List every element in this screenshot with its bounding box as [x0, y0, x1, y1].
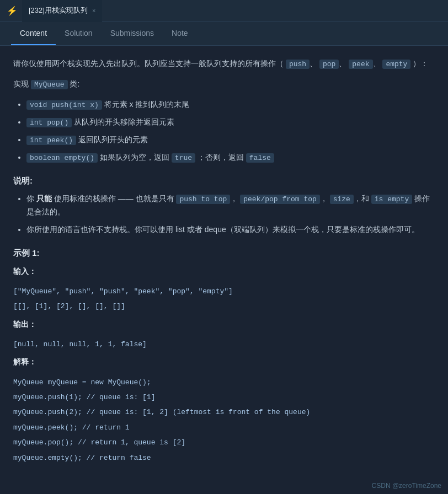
nav-tabs: Content Solution Submissions Note — [0, 22, 448, 46]
output-label: 输出： — [13, 318, 435, 331]
explain-line-3: myQueue.push(2); // queue is: [1, 2] (le… — [13, 406, 435, 418]
tab-solution[interactable]: Solution — [56, 22, 102, 45]
input-line2: [[], [1], [2], [], [], []] — [13, 300, 435, 313]
title-tab[interactable]: [232]用栈实现队列 × — [22, 0, 102, 22]
code-void-push: void push(int x) — [26, 100, 102, 110]
title-bar: ⚡ [232]用栈实现队列 × — [0, 0, 448, 22]
code-true: true — [172, 153, 195, 163]
method-pop: int pop() 从队列的开头移除并返回元素 — [26, 116, 435, 129]
code-empty: empty — [382, 60, 410, 69]
tab-label: [232]用栈实现队列 — [29, 6, 88, 15]
code-myqueue-class: MyQueue — [31, 80, 68, 89]
implement-line: 实现 MyQueue 类: — [13, 77, 435, 91]
code-size: size — [330, 195, 354, 204]
output-bold-label: 输出： — [13, 320, 36, 329]
code-is-empty: is empty — [371, 195, 412, 204]
method-peek: int peek() 返回队列开头的元素 — [26, 133, 435, 147]
note-item-1: 你 只能 使用标准的栈操作 —— 也就是只有 push to top， peek… — [26, 192, 435, 219]
explain-line-5: myQueue.pop(); // return 1, queue is [2] — [13, 436, 435, 449]
explain-bold-label: 解释： — [13, 357, 36, 366]
tab-close-icon[interactable]: × — [92, 7, 95, 14]
explain-line-2: myQueue.push(1); // queue is: [1] — [13, 391, 435, 404]
method-empty: boolean empty() 如果队列为空，返回 true ；否则，返回 fa… — [26, 151, 435, 164]
input-bold-label: 输入： — [13, 267, 36, 276]
app-logo: ⚡ — [7, 6, 18, 17]
content-area: 请你仅使用两个栈实现先入先出队列。队列应当支持一般队列支持的所有操作（ push… — [0, 46, 448, 477]
explain-line-4: myQueue.peek(); // return 1 — [13, 421, 435, 434]
note-title: 说明: — [13, 173, 435, 188]
output-line: [null, null, null, 1, 1, false] — [13, 338, 435, 351]
methods-list: void push(int x) 将元素 x 推到队列的末尾 int pop()… — [13, 98, 435, 164]
note-list: 你 只能 使用标准的栈操作 —— 也就是只有 push to top， peek… — [13, 192, 435, 237]
example-title: 示例 1: — [13, 245, 435, 260]
code-peek: peek — [349, 60, 372, 69]
tab-submissions[interactable]: Submissions — [102, 22, 163, 45]
explain-label: 解释： — [13, 355, 435, 369]
code-int-pop: int pop() — [26, 118, 72, 127]
watermark: CSDN @zeroTimeZone — [372, 482, 441, 490]
explain-line-1: MyQueue myQueue = new MyQueue(); — [13, 376, 435, 389]
note-item-2: 你所使用的语言也许不支持栈。你可以使用 list 或者 deque（双端队列）来… — [26, 223, 435, 237]
tab-content[interactable]: Content — [11, 22, 56, 45]
tab-note[interactable]: Note — [163, 22, 197, 45]
input-label: 输入： — [13, 265, 435, 278]
code-boolean-empty: boolean empty() — [26, 153, 98, 163]
code-int-peek: int peek() — [26, 136, 76, 145]
method-push: void push(int x) 将元素 x 推到队列的末尾 — [26, 98, 435, 111]
intro-paragraph: 请你仅使用两个栈实现先入先出队列。队列应当支持一般队列支持的所有操作（ push… — [13, 57, 435, 71]
code-push: push — [286, 60, 310, 69]
code-push-to-top: push to top — [176, 195, 230, 204]
code-peek-pop-from-top: peek/pop from top — [240, 195, 320, 204]
only-text: 只能 — [36, 194, 52, 203]
code-false: false — [246, 153, 274, 163]
code-pop: pop — [319, 60, 339, 69]
input-line1: ["MyQueue", "push", "push", "peek", "pop… — [13, 285, 435, 298]
explain-line-6: myQueue.empty(); // return false — [13, 452, 435, 464]
